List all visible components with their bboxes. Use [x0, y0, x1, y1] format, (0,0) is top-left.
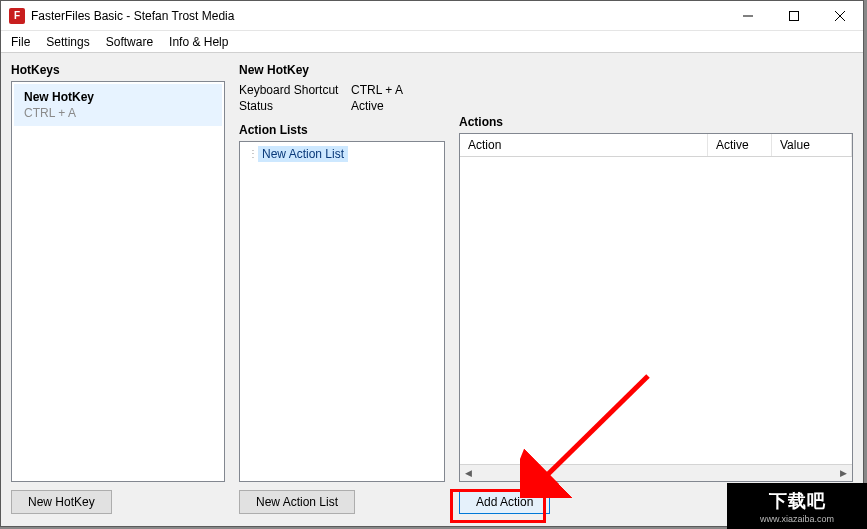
- detail-label-status: Status: [239, 99, 351, 113]
- action-lists-button-row: New Action List: [239, 490, 445, 516]
- hotkeys-column: HotKeys New HotKey CTRL + A New HotKey: [11, 61, 225, 516]
- actions-table-header: Action Active Value: [460, 134, 852, 157]
- scroll-track[interactable]: [477, 465, 835, 482]
- menu-software[interactable]: Software: [98, 33, 161, 51]
- hotkeys-title: HotKeys: [11, 63, 225, 77]
- detail-value-status: Active: [351, 99, 445, 113]
- actions-button-row: Add Action: [459, 490, 853, 516]
- hotkey-item-shortcut: CTRL + A: [24, 106, 214, 120]
- actions-table-body: [460, 157, 852, 464]
- new-action-list-button[interactable]: New Action List: [239, 490, 355, 514]
- details-title: New HotKey: [239, 63, 445, 77]
- hotkey-item-name: New HotKey: [24, 90, 214, 104]
- title-bar: F FasterFiles Basic - Stefan Trost Media: [1, 1, 863, 31]
- scroll-left-icon[interactable]: ◀: [460, 465, 477, 482]
- menu-file[interactable]: File: [3, 33, 38, 51]
- actions-spacer-top: [459, 61, 853, 77]
- column-active[interactable]: Active: [708, 134, 772, 156]
- actions-column: Actions Action Active Value ◀ ▶ Add Acti…: [459, 61, 853, 516]
- action-lists-column: New HotKey Keyboard Shortcut CTRL + A St…: [239, 61, 445, 516]
- hotkeys-button-row: New HotKey: [11, 490, 225, 516]
- actions-horizontal-scrollbar[interactable]: ◀ ▶: [460, 464, 852, 481]
- actions-table[interactable]: Action Active Value ◀ ▶: [459, 133, 853, 482]
- actions-spacer-mid: [459, 77, 853, 113]
- detail-value-shortcut: CTRL + A: [351, 83, 445, 97]
- app-icon: F: [9, 8, 25, 24]
- menu-settings[interactable]: Settings: [38, 33, 97, 51]
- detail-label-shortcut: Keyboard Shortcut: [239, 83, 351, 97]
- app-window: F FasterFiles Basic - Stefan Trost Media…: [0, 0, 864, 527]
- action-list-item-label: New Action List: [258, 146, 348, 162]
- maximize-button[interactable]: [771, 1, 817, 31]
- add-action-button[interactable]: Add Action: [459, 490, 550, 514]
- action-lists-tree[interactable]: ⋮ New Action List: [239, 141, 445, 482]
- column-value[interactable]: Value: [772, 134, 852, 156]
- menu-info-help[interactable]: Info & Help: [161, 33, 236, 51]
- scroll-right-icon[interactable]: ▶: [835, 465, 852, 482]
- action-lists-title: Action Lists: [239, 123, 445, 137]
- close-button[interactable]: [817, 1, 863, 31]
- menu-bar: File Settings Software Info & Help: [1, 31, 863, 53]
- minimize-button[interactable]: [725, 1, 771, 31]
- actions-title: Actions: [459, 115, 853, 129]
- hotkey-details: Keyboard Shortcut CTRL + A Status Active: [239, 83, 445, 113]
- hotkeys-list[interactable]: New HotKey CTRL + A: [11, 81, 225, 482]
- hotkey-item[interactable]: New HotKey CTRL + A: [14, 84, 222, 126]
- window-title: FasterFiles Basic - Stefan Trost Media: [31, 9, 234, 23]
- tree-connector-icon: ⋮: [248, 149, 258, 159]
- content-area: HotKeys New HotKey CTRL + A New HotKey N…: [1, 53, 863, 526]
- new-hotkey-button[interactable]: New HotKey: [11, 490, 112, 514]
- action-list-item[interactable]: ⋮ New Action List: [242, 144, 442, 164]
- column-action[interactable]: Action: [460, 134, 708, 156]
- svg-rect-1: [790, 11, 799, 20]
